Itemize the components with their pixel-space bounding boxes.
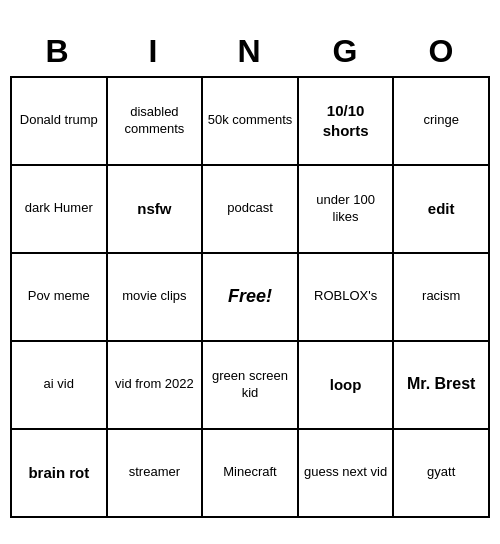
bingo-cell-17: green screen kid [203,342,299,430]
bingo-cell-3: 10/10 shorts [299,78,395,166]
bingo-cell-13: ROBLOX's [299,254,395,342]
cell-text-8: under 100 likes [303,192,389,226]
cell-text-10: Pov meme [28,288,90,305]
cell-text-18: loop [330,375,362,395]
bingo-cell-16: vid from 2022 [108,342,204,430]
cell-text-3: 10/10 shorts [303,101,389,140]
cell-text-22: Minecraft [223,464,276,481]
cell-text-17: green screen kid [207,368,293,402]
cell-text-15: ai vid [44,376,74,393]
bingo-cell-4: cringe [394,78,490,166]
bingo-cell-22: Minecraft [203,430,299,518]
bingo-cell-20: brain rot [12,430,108,518]
header-letter-I: I [111,33,197,70]
bingo-cell-18: loop [299,342,395,430]
cell-text-7: podcast [227,200,273,217]
cell-text-4: cringe [423,112,458,129]
bingo-cell-21: streamer [108,430,204,518]
bingo-cell-11: movie clips [108,254,204,342]
cell-text-9: edit [428,199,455,219]
header-letter-O: O [399,33,485,70]
bingo-cell-2: 50k comments [203,78,299,166]
cell-text-19: Mr. Brest [407,374,475,395]
cell-text-6: nsfw [137,199,171,219]
cell-text-23: guess next vid [304,464,387,481]
cell-text-24: gyatt [427,464,455,481]
bingo-cell-24: gyatt [394,430,490,518]
cell-text-5: dark Humer [25,200,93,217]
bingo-cell-1: disabled comments [108,78,204,166]
bingo-cell-14: racism [394,254,490,342]
cell-text-14: racism [422,288,460,305]
bingo-cell-0: Donald trump [12,78,108,166]
bingo-header: BINGO [10,27,490,76]
bingo-cell-15: ai vid [12,342,108,430]
bingo-cell-9: edit [394,166,490,254]
bingo-cell-19: Mr. Brest [394,342,490,430]
cell-text-1: disabled comments [112,104,198,138]
cell-text-21: streamer [129,464,180,481]
cell-text-2: 50k comments [208,112,293,129]
bingo-cell-6: nsfw [108,166,204,254]
header-letter-N: N [207,33,293,70]
cell-text-16: vid from 2022 [115,376,194,393]
cell-text-0: Donald trump [20,112,98,129]
bingo-cell-23: guess next vid [299,430,395,518]
bingo-cell-5: dark Humer [12,166,108,254]
header-letter-G: G [303,33,389,70]
bingo-cell-10: Pov meme [12,254,108,342]
bingo-cell-7: podcast [203,166,299,254]
bingo-cell-12: Free! [203,254,299,342]
header-letter-B: B [15,33,101,70]
cell-text-13: ROBLOX's [314,288,377,305]
cell-text-12: Free! [228,285,272,308]
bingo-card: BINGO Donald trumpdisabled comments50k c… [10,27,490,518]
bingo-cell-8: under 100 likes [299,166,395,254]
bingo-grid: Donald trumpdisabled comments50k comment… [10,76,490,518]
cell-text-20: brain rot [28,463,89,483]
cell-text-11: movie clips [122,288,186,305]
